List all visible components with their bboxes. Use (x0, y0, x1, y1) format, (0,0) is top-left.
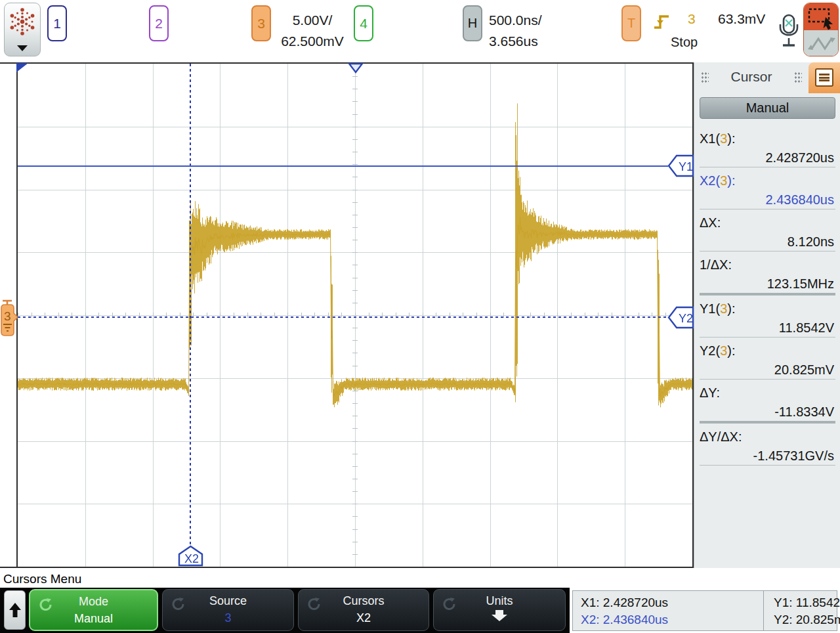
readout-value: -11.8334V (700, 401, 835, 421)
cursor-readout-rows: X1(3):2.428720usX2(3):2.436840usΔX:8.120… (700, 125, 835, 466)
svg-text:Y2: Y2 (679, 312, 693, 325)
ch3-offset: 62.500mV (278, 31, 346, 52)
cursor-readout-row: Y2(3):20.825mV (700, 338, 835, 380)
channel-3-button[interactable]: 3 (251, 5, 271, 41)
acquisition-status: Stop (671, 35, 698, 50)
readout-value: -1.45731GV/s (700, 445, 835, 465)
ch3-ground-marker[interactable]: 3 (0, 299, 18, 337)
cursor-panel-menu-button[interactable] (808, 62, 840, 93)
readout-value: 123.15MHz (700, 273, 835, 293)
cursor-y2-tag[interactable]: Y2 (667, 306, 694, 329)
readout-value: 2.428720us (700, 146, 835, 167)
channel-2-button[interactable]: 2 (149, 5, 169, 41)
timebase-readout: 500.0ns/ 3.656us (489, 10, 542, 52)
row-separator (700, 465, 835, 466)
channel-4-button[interactable]: 4 (354, 5, 373, 41)
cursor-readout-row: ΔY:-11.8334V (700, 380, 835, 424)
readout-label: X1(3): (700, 125, 835, 146)
readout-label: Y1(3): (700, 295, 835, 316)
cursor-readout-row: ΔY/ΔX:-1.45731GV/s (700, 424, 835, 466)
waveform-pan-tool-button[interactable] (804, 30, 838, 56)
ch3-scale-readout: 5.00V/ 62.500mV (278, 10, 346, 52)
channel-1-button[interactable]: 1 (47, 5, 67, 41)
cursor-readout-row: 1/ΔX:123.15MHz (700, 251, 835, 295)
readout-value: 2.436840us (700, 188, 835, 209)
oscilloscope-screen: 1234 5.00V/ 62.500mV H 500.0ns/ 3.656us … (0, 0, 840, 633)
down-arrow-icon (490, 609, 509, 622)
agilent-logo-starburst (5, 5, 40, 41)
svg-text:X2: X2 (184, 552, 199, 565)
waveform-canvas (18, 64, 692, 567)
readout-label: 1/ΔX: (700, 251, 835, 273)
horizontal-button[interactable]: H (463, 5, 482, 41)
time-per-div: 500.0ns/ (489, 10, 542, 31)
menu-icon (815, 68, 833, 87)
softkey-value: X2 (299, 611, 429, 625)
cursor-y1-line[interactable] (18, 165, 668, 167)
cursor-panel-header: Cursor (694, 62, 840, 93)
waveform-pan-icon (804, 30, 839, 56)
delay: 3.656us (489, 31, 542, 52)
cursor-x2-tag[interactable]: X2 (177, 545, 204, 567)
menu-title: Cursors Menu (3, 572, 81, 586)
softkey-value: 3 (163, 611, 293, 625)
up-arrow-icon (8, 601, 22, 619)
time-reference-marker[interactable] (348, 63, 364, 74)
rect-select-icon (804, 3, 839, 30)
cursor-mode-button[interactable]: Manual (700, 97, 835, 119)
menu-up-button[interactable] (4, 590, 26, 630)
readout-value: 11.8542V (700, 316, 835, 337)
waveform-display-area: Y1 Y2 X2 (18, 64, 692, 567)
cursor-panel-title: Cursor (694, 69, 808, 85)
rotary-knob-icon (306, 596, 322, 612)
drag-handle-icon[interactable] (794, 72, 802, 83)
readout-value: 8.120ns (700, 230, 835, 251)
trigger-edge-icon (652, 12, 671, 32)
readout-divider (763, 591, 764, 630)
readout-label: ΔY: (700, 380, 835, 401)
softkey-bar: ModeManualSource3CursorsX2Units (0, 588, 570, 633)
softkey-source[interactable]: Source3 (162, 589, 294, 631)
microphone-icon[interactable] (776, 13, 801, 51)
readout-label: ΔY/ΔX: (700, 424, 835, 445)
readout-x2: X2: 2.436840us (581, 613, 668, 627)
rotary-knob-icon (38, 597, 54, 613)
readout-label: X2(3): (700, 167, 835, 188)
top-bar: 1234 5.00V/ 62.500mV H 500.0ns/ 3.656us … (0, 0, 840, 62)
cursor-x2-line[interactable] (190, 64, 191, 548)
svg-text:3: 3 (4, 309, 11, 323)
plot-border-bottom (0, 567, 694, 568)
cursor-readout-row: X1(3):2.428720us (700, 125, 835, 167)
tool-split-button (803, 3, 839, 56)
cursor-readout-row: Y1(3):11.8542V (700, 295, 835, 338)
softkey-value: Manual (30, 612, 157, 626)
cursor-readout-row: ΔX:8.120ns (700, 209, 835, 251)
softkey-mode[interactable]: ModeManual (29, 589, 158, 631)
rotary-knob-icon (171, 596, 186, 612)
system-menu-button[interactable] (4, 3, 41, 56)
trigger-offscreen-indicator (16, 63, 30, 74)
cursor-quick-readout: X1: 2.428720us X2: 2.436840us Y1: 11.854… (572, 590, 837, 631)
cursor-readout-row: X2(3):2.436840us (700, 167, 835, 209)
rect-select-tool-button[interactable] (804, 3, 838, 30)
trigger-button[interactable]: T (621, 5, 641, 41)
trigger-source: 3 (688, 11, 696, 27)
svg-text:Y1: Y1 (679, 160, 693, 173)
softkey-cursors[interactable]: CursorsX2 (298, 589, 429, 631)
readout-label: Y2(3): (700, 338, 835, 359)
cursor-y2-line[interactable] (18, 316, 668, 318)
softkey-units[interactable]: Units (433, 589, 566, 631)
ch3-volts-per-div: 5.00V/ (278, 10, 346, 31)
cursor-y1-tag[interactable]: Y1 (667, 154, 694, 177)
chevron-down-icon (17, 45, 28, 51)
cursor-panel: Cursor Manual X1(3):2.428720usX2(3):2.43… (694, 62, 840, 568)
readout-value: 20.825mV (700, 359, 835, 379)
readout-x1: X1: 2.428720us (581, 596, 668, 610)
readout-label: ΔX: (700, 209, 835, 230)
readout-y2: Y2: 20.825mV (774, 613, 840, 627)
rotary-knob-icon (442, 596, 457, 612)
readout-y1: Y1: 11.8542V (774, 596, 840, 610)
trigger-level: 63.3mV (718, 11, 765, 27)
